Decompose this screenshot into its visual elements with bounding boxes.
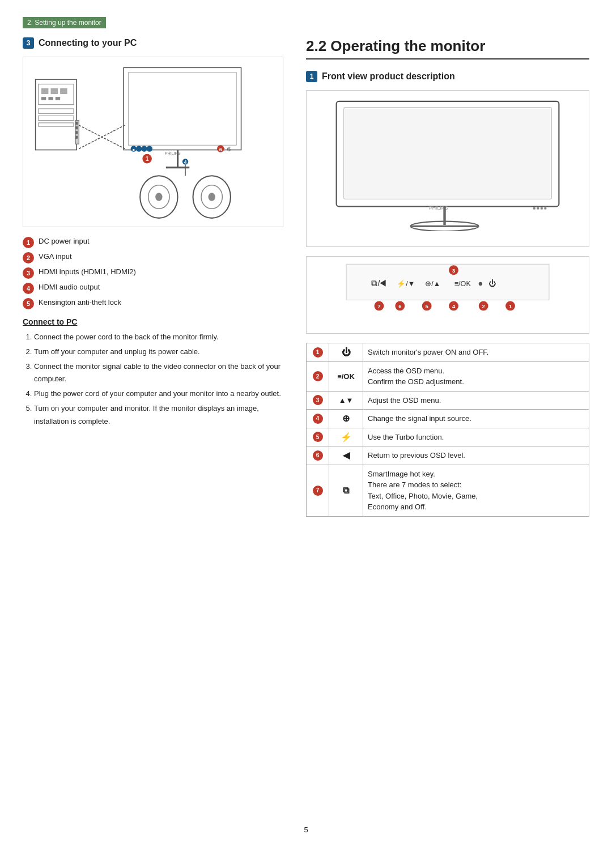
svg-rect-48 [345, 109, 550, 198]
feature-table: 1 Switch monitor's power ON and OFF. 2 ≡… [306, 343, 589, 517]
right-column: 2.2 Operating the monitor 1 Front view p… [306, 37, 589, 803]
table-cell-desc: Access the OSD menu.Confirm the OSD adju… [363, 361, 589, 391]
svg-text:4: 4 [452, 303, 456, 309]
table-row: 2 ≡/OK Access the OSD menu.Confirm the O… [307, 361, 589, 391]
table-cell-desc: SmartImage hot key.There are 7 modes to … [363, 465, 589, 516]
port-text-1: DC power input [39, 236, 90, 246]
left-column: 3 Connecting to your PC [23, 37, 283, 803]
svg-text:⚡/▼: ⚡/▼ [397, 279, 415, 288]
table-cell-num: 1 [307, 343, 329, 362]
svg-text:⏻: ⏻ [488, 279, 496, 288]
instruction-step-1: Connect the power cord to the back of th… [34, 331, 283, 343]
table-row: 5 ⚡ Use the Turbo function. [307, 428, 589, 446]
svg-text:●: ● [132, 147, 135, 152]
table-cell-icon: ⊕ [329, 410, 363, 428]
breadcrumb: 2. Setting up the monitor [23, 17, 106, 28]
table-cell-icon: ⧉ [329, 465, 363, 516]
svg-text:4: 4 [184, 159, 187, 165]
svg-text:⊕/▲: ⊕/▲ [425, 280, 440, 288]
port-list: 1 DC power input 2 VGA input 3 HDMI inpu… [23, 236, 283, 309]
port-item-5: 5 Kensington anti-theft lock [23, 297, 283, 309]
port-text-2: VGA input [39, 252, 72, 262]
instruction-step-2: Turn off your computer and unplug its po… [34, 346, 283, 358]
monitor-front-diagram: PHILIPS [306, 90, 589, 247]
port-text-5: Kensington anti-theft lock [39, 297, 121, 308]
section-num-badge: 3 [23, 37, 34, 49]
port-badge-4: 4 [23, 283, 34, 294]
connect-to-pc-heading: Connect to PC [23, 317, 283, 326]
table-cell-icon: ⚡ [329, 428, 363, 446]
table-cell-icon: ≡/OK [329, 361, 363, 391]
port-text-3: HDMI inputs (HDMI1, HDMI2) [39, 267, 136, 277]
table-cell-icon: ◀ [329, 446, 363, 465]
svg-rect-13 [75, 126, 78, 129]
port-text-4: HDMI audio output [39, 282, 100, 292]
svg-text:6: 6 [219, 147, 222, 152]
svg-rect-1 [39, 84, 74, 104]
table-cell-desc: Return to previous OSD level. [363, 446, 589, 465]
left-section-heading: 3 Connecting to your PC [23, 37, 283, 49]
svg-rect-12 [75, 122, 78, 125]
table-cell-num: 7 [307, 465, 329, 516]
port-badge-1: 1 [23, 237, 34, 248]
svg-point-50 [533, 207, 536, 209]
port-item-2: 2 VGA input [23, 252, 283, 263]
svg-text:6: 6 [398, 303, 401, 309]
svg-point-52 [541, 207, 543, 209]
svg-rect-17 [128, 73, 236, 146]
svg-rect-6 [48, 97, 53, 100]
svg-rect-2 [41, 88, 48, 94]
button-panel-diagram: 3 ⧉/◀ ⚡/▼ ⊕/▲ ≡/OK ⏻ [306, 256, 589, 334]
svg-point-33 [147, 146, 152, 151]
svg-rect-16 [124, 67, 241, 150]
table-cell-num: 6 [307, 446, 329, 465]
svg-point-32 [141, 146, 147, 151]
table-row: 6 ◀ Return to previous OSD level. [307, 446, 589, 465]
table-cell-icon: ▲▼ [329, 391, 363, 410]
port-item-1: 1 DC power input [23, 236, 283, 248]
right-section-title: Front view product description [322, 71, 455, 82]
svg-rect-4 [60, 88, 67, 94]
table-cell-desc: Change the signal input source. [363, 410, 589, 428]
svg-text:1: 1 [146, 156, 149, 162]
table-row: 3 ▲▼ Adjust the OSD menu. [307, 391, 589, 410]
svg-text:: 6: : 6 [223, 146, 231, 152]
table-cell-desc: Adjust the OSD menu. [363, 391, 589, 410]
svg-text:2: 2 [482, 303, 485, 309]
table-cell-desc: Use the Turbo function. [363, 428, 589, 446]
svg-point-51 [537, 207, 539, 209]
svg-rect-7 [56, 97, 60, 100]
svg-rect-14 [75, 131, 78, 134]
svg-point-31 [136, 146, 142, 151]
table-cell-num: 4 [307, 410, 329, 428]
svg-rect-3 [51, 88, 58, 94]
svg-text:≡/OK: ≡/OK [454, 280, 471, 288]
instruction-step-3: Connect the monitor signal cable to the … [34, 360, 283, 385]
svg-rect-8 [39, 109, 74, 113]
svg-point-64 [479, 282, 482, 286]
table-cell-num: 2 [307, 361, 329, 391]
table-row: 1 Switch monitor's power ON and OFF. [307, 343, 589, 362]
instruction-step-5: Turn on your computer and monitor. If th… [34, 402, 283, 427]
left-section-title: Connecting to your PC [39, 38, 137, 48]
table-cell-num: 3 [307, 391, 329, 410]
svg-point-53 [544, 207, 546, 209]
svg-text:1: 1 [509, 303, 512, 309]
right-section-num-badge: 1 [306, 71, 317, 82]
port-item-3: 3 HDMI inputs (HDMI1, HDMI2) [23, 267, 283, 279]
main-section-heading: 2.2 Operating the monitor [306, 37, 589, 59]
port-badge-3: 3 [23, 267, 34, 279]
svg-point-39 [155, 193, 162, 201]
svg-rect-5 [41, 97, 46, 100]
svg-point-42 [208, 193, 215, 201]
svg-rect-15 [75, 136, 78, 139]
table-cell-desc: Switch monitor's power ON and OFF. [363, 343, 589, 362]
svg-rect-10 [39, 123, 74, 126]
port-item-4: 4 HDMI audio output [23, 282, 283, 294]
svg-rect-9 [39, 116, 74, 120]
port-badge-2: 2 [23, 252, 34, 263]
svg-text:7: 7 [377, 303, 380, 309]
instructions-list: Connect the power cord to the back of th… [34, 331, 283, 428]
table-row: 7 ⧉ SmartImage hot key.There are 7 modes… [307, 465, 589, 516]
pc-connection-diagram: PHILIPS 1 [23, 57, 283, 227]
